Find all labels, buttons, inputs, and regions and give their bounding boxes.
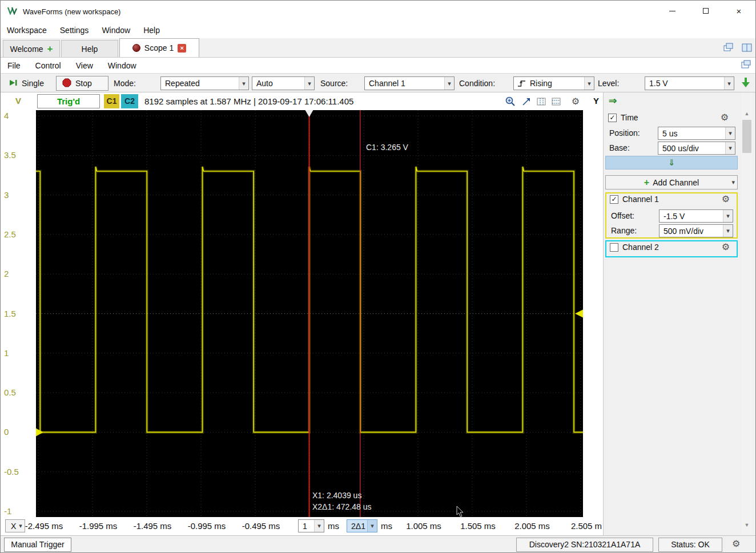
menu-settings[interactable]: Settings [55,23,94,37]
range-select[interactable]: 500 mV/div ▾ [659,224,733,237]
channel1-checkbox[interactable]: ✓ [610,195,618,204]
base-select[interactable]: 500 us/div ▾ [658,142,735,155]
time-settings-gear-icon[interactable]: ⚙ [721,113,729,122]
time-section-header: ✓ Time ⚙ [604,112,741,125]
tab-close-icon[interactable]: × [178,44,186,53]
cursor2-unit: ms [381,521,392,531]
maximize-icon [703,8,709,14]
collapse-time-section-bar[interactable]: ⇓ [605,156,738,169]
mode-select[interactable]: Repeated ▾ [160,76,249,90]
scroll-up-icon[interactable]: ▲ [741,111,753,116]
minimize-icon [669,11,675,11]
menu-scope-window[interactable]: Window [102,59,142,72]
channel1-title: Channel 1 [622,195,659,204]
stop-button[interactable]: Stop [56,76,108,91]
menu-file[interactable]: File [2,59,26,72]
x-axis-tick-label: -0.995 ms [188,521,226,531]
minimize-button[interactable] [658,2,686,20]
manual-trigger-button[interactable]: Manual Trigger [4,538,71,552]
chevron-down-icon: ▾ [239,77,248,90]
plot-area[interactable]: C1: 3.265 V X1: 2.4039 us X2Δ1: 472.48 u… [36,110,583,517]
workspace-tabbar: Welcome + Help Scope 1 × [1,38,755,58]
scope-toolbar: Single Stop Mode: Repeated ▾ Auto ▾ Sour… [1,73,755,92]
scrollbar-thumb[interactable] [742,120,751,153]
chevron-down-icon: ▾ [723,225,733,237]
waveform-canvas [36,110,583,517]
level-select[interactable]: 1.5 V ▾ [645,76,734,90]
y-axis-tick-label: 4 [4,111,9,120]
trigger-mode-select[interactable]: Auto ▾ [252,76,315,90]
time-checkbox[interactable]: ✓ [608,114,617,122]
undock-window-icon[interactable] [741,60,751,71]
y-axis-selector-label[interactable]: Y [593,96,599,106]
cursor1-selector[interactable]: 1 ▾ [298,519,324,532]
add-channel-label: Add Channel [653,178,699,187]
zoom-icon[interactable] [504,95,517,108]
channel1-tab[interactable]: C1 [104,94,119,108]
y-axis-tick-label: -1 [4,506,11,516]
channel1-settings-gear-icon[interactable]: ⚙ [722,195,730,204]
scroll-down-icon[interactable]: ▼ [741,522,753,528]
menu-workspace[interactable]: Workspace [2,23,52,37]
y-axis-tick-label: 0.5 [4,387,16,397]
channel2-checkbox[interactable] [610,243,618,252]
tab-welcome[interactable]: Welcome + [3,40,60,57]
tab-welcome-label: Welcome [10,45,43,54]
plot-header: V Trig'd C1 C2 8192 samples at 1.587 MHz… [1,92,603,110]
channel2-settings-gear-icon[interactable]: ⚙ [722,243,730,252]
chevron-down-icon: ▾ [314,520,324,532]
cascade-windows-icon[interactable] [723,43,734,55]
tab-help[interactable]: Help [61,40,118,57]
source-select[interactable]: Channel 1 ▾ [364,76,455,90]
plus-icon: + [644,179,649,187]
level-down-arrow-icon[interactable] [739,76,752,91]
statusbar-gear-icon[interactable]: ⚙ [732,539,740,548]
offset-select[interactable]: -1.5 V ▾ [659,209,733,223]
x1-cursor-readout: X1: 2.4039 us [312,491,361,500]
horizontal-cursors-icon[interactable] [550,95,562,108]
chevron-down-icon: ▾ [19,522,22,530]
add-instrument-icon[interactable]: + [47,45,53,53]
condition-select[interactable]: Rising ▾ [513,76,594,90]
double-down-arrow-icon: ⇓ [668,158,675,167]
stop-button-label: Stop [75,79,92,88]
channel1-panel: ✓ Channel 1 ⚙ Offset: -1.5 V ▾ Range: 50… [605,192,738,239]
x2-delta-cursor-readout: X2Δ1: 472.48 us [312,502,372,511]
menu-control[interactable]: Control [30,59,67,72]
main-menubar: Workspace Settings Window Help [1,22,755,38]
device-info: Discovery2 SN:210321A1A71A [516,538,653,552]
tab-scope1[interactable]: Scope 1 × [119,38,199,57]
vertical-cursors-icon[interactable] [535,95,548,108]
cursor2-selector[interactable]: 2Δ1 ▾ [347,519,377,532]
expand-panel-icon[interactable]: ⇒ [609,95,617,107]
trigger-status-badge: Trig'd [37,94,100,108]
maximize-button[interactable] [691,2,720,20]
chevron-down-icon: ▾ [725,127,735,139]
single-button[interactable]: Single [3,76,54,91]
waveforms-logo-icon [7,6,18,17]
base-value: 500 us/div [658,144,699,153]
pan-pointer-icon[interactable] [520,95,533,108]
chevron-down-icon: ▾ [304,77,314,90]
add-channel-button[interactable]: + Add Channel ▾ [605,175,738,189]
y-axis-unit-label: V [15,96,21,106]
window-title: WaveForms (new workspace) [23,7,120,16]
close-button[interactable]: × [725,2,753,20]
c1-cursor-readout: C1: 3.265 V [366,143,408,152]
condition-value: Rising [526,79,552,88]
menu-help[interactable]: Help [138,23,165,37]
panel-scrollbar[interactable]: ▲ ▼ [741,92,753,535]
menu-view[interactable]: View [70,59,99,72]
panel-gutter [753,92,756,535]
tile-windows-icon[interactable] [742,43,752,55]
y-axis-tick-label: 2 [4,269,9,278]
titlebar: WaveForms (new workspace) × [1,1,755,22]
menu-window[interactable]: Window [96,23,135,37]
x-axis-selector[interactable]: X ▾ [5,519,25,532]
tab-help-label: Help [82,45,98,54]
chevron-down-icon: ▾ [731,179,735,186]
channel2-tab[interactable]: C2 [121,94,138,108]
plot-settings-gear-icon[interactable]: ⚙ [569,95,582,108]
y-axis-tick-label: 3 [4,190,9,200]
position-select[interactable]: 5 us ▾ [658,127,735,140]
